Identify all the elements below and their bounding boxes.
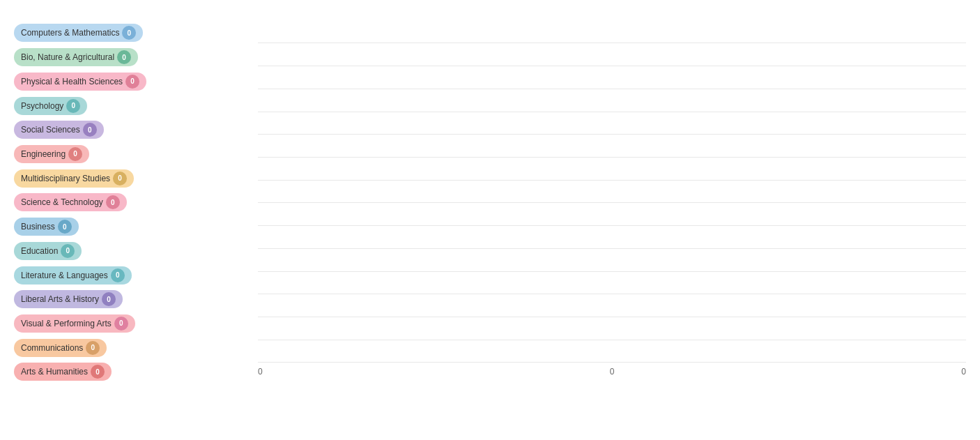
bar-row: Visual & Performing Arts0	[14, 312, 258, 335]
bar-row: Literature & Languages0	[14, 264, 258, 287]
grid-line	[258, 204, 966, 226]
bar-value-badge: 0	[111, 268, 125, 282]
bar-label: Business	[21, 222, 55, 232]
bar-label: Liberal Arts & History	[21, 294, 99, 304]
grid-line	[258, 44, 966, 66]
bar-value-badge: 0	[102, 292, 116, 306]
bars-section: Computers & Mathematics0Bio, Nature & Ag…	[14, 21, 258, 384]
bar-value-badge: 0	[58, 220, 72, 234]
bar-row: Psychology0	[14, 95, 258, 117]
bar-pill: Communications0	[14, 339, 107, 357]
bar-value-badge: 0	[61, 244, 75, 258]
bar-label: Engineering	[21, 149, 66, 159]
bar-value-badge: 0	[83, 123, 97, 137]
bar-pill: Arts & Humanities0	[14, 363, 112, 381]
bar-pill: Science & Technology0	[14, 193, 127, 211]
grid-lines-bg	[258, 21, 966, 363]
grid-line	[258, 250, 966, 272]
chart-container: Computers & Mathematics0Bio, Nature & Ag…	[0, 0, 980, 440]
bar-row: Communications0	[14, 337, 258, 359]
chart-area: Computers & Mathematics0Bio, Nature & Ag…	[14, 21, 966, 384]
grid-line	[258, 340, 966, 363]
grid-line	[258, 181, 966, 203]
bar-value-badge: 0	[66, 99, 80, 113]
bar-row: Computers & Mathematics0	[14, 22, 258, 44]
grid-line	[258, 21, 966, 43]
bar-row: Education0	[14, 240, 258, 262]
bar-row: Social Sciences0	[14, 119, 258, 141]
bar-value-badge: 0	[114, 317, 128, 331]
bar-pill: Psychology0	[14, 97, 87, 115]
bar-value-badge: 0	[86, 341, 100, 355]
grid-line	[258, 112, 966, 135]
grid-section: 000	[258, 21, 966, 384]
bar-row: Engineering0	[14, 143, 258, 165]
grid-line	[258, 67, 966, 89]
grid-line	[258, 90, 966, 112]
bar-value-badge: 0	[106, 195, 120, 209]
grid-line	[258, 158, 966, 181]
grid-line	[258, 227, 966, 249]
bar-label: Computers & Mathematics	[21, 28, 119, 38]
bar-row: Liberal Arts & History0	[14, 288, 258, 310]
bar-pill: Engineering0	[14, 145, 89, 163]
x-axis-label: 0	[961, 367, 966, 377]
bar-row: Business0	[14, 215, 258, 238]
bar-pill: Social Sciences0	[14, 121, 104, 139]
grid-line	[258, 295, 966, 317]
grid-line	[258, 318, 966, 340]
bar-value-badge: 0	[68, 147, 82, 161]
bar-value-badge: 0	[113, 172, 127, 185]
bar-pill: Business0	[14, 218, 79, 236]
bar-label: Psychology	[21, 101, 63, 111]
bar-value-badge: 0	[117, 50, 131, 64]
grid-line	[258, 272, 966, 294]
bar-row: Science & Technology0	[14, 191, 258, 213]
bar-label: Bio, Nature & Agricultural	[21, 52, 114, 62]
bar-label: Multidisciplinary Studies	[21, 174, 110, 183]
bar-value-badge: 0	[125, 75, 139, 89]
x-axis: 000	[258, 363, 966, 384]
bar-pill: Computers & Mathematics0	[14, 24, 143, 42]
bar-label: Visual & Performing Arts	[21, 319, 112, 328]
bar-pill: Bio, Nature & Agricultural0	[14, 48, 138, 66]
bar-pill: Education0	[14, 242, 82, 260]
bar-label: Literature & Languages	[21, 271, 108, 280]
bar-pill: Physical & Health Sciences0	[14, 73, 146, 91]
bar-pill: Multidisciplinary Studies0	[14, 169, 134, 188]
bar-label: Science & Technology	[21, 197, 103, 207]
bar-label: Physical & Health Sciences	[21, 77, 123, 86]
bar-label: Social Sciences	[21, 125, 80, 135]
x-axis-label: 0	[258, 367, 263, 377]
bar-row: Physical & Health Sciences0	[14, 70, 258, 93]
x-axis-label: 0	[610, 367, 615, 377]
bar-row: Multidisciplinary Studies0	[14, 167, 258, 190]
bar-pill: Visual & Performing Arts0	[14, 314, 135, 333]
bar-label: Education	[21, 246, 58, 256]
grid-line	[258, 135, 966, 158]
bar-pill: Literature & Languages0	[14, 266, 132, 285]
bar-pill: Liberal Arts & History0	[14, 290, 123, 308]
bar-label: Communications	[21, 343, 83, 353]
bar-row: Arts & Humanities0	[14, 361, 258, 383]
bar-value-badge: 0	[91, 365, 105, 379]
bar-label: Arts & Humanities	[21, 367, 88, 377]
bar-row: Bio, Nature & Agricultural0	[14, 46, 258, 68]
bar-value-badge: 0	[122, 26, 136, 40]
